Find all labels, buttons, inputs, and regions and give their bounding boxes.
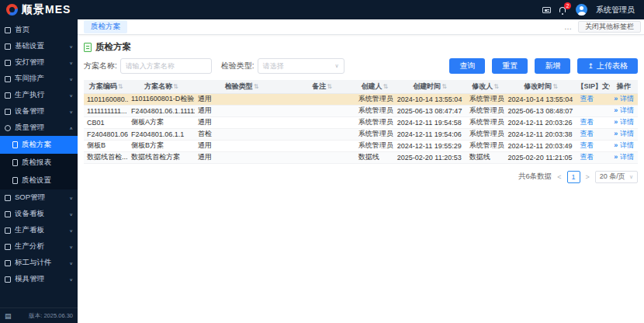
sidebar-item-device-mgmt[interactable]: 设备管理∨ xyxy=(0,103,78,120)
apps-icon[interactable] xyxy=(542,7,551,13)
tools-icon xyxy=(5,260,11,266)
detail-link[interactable]: » 详情 xyxy=(614,141,634,149)
column-label: 方案名称 xyxy=(144,82,172,90)
table-row[interactable]: CB01侧板A方案通用系统管理员2024-12-11 19:54:58系统管理员… xyxy=(84,116,638,128)
sidebar-item-mold-mgmt[interactable]: 模具管理∨ xyxy=(0,271,78,287)
sort-icon[interactable]: ⇅ xyxy=(118,83,123,90)
brand-logo[interactable]: 顺景MES xyxy=(6,3,71,17)
add-button[interactable]: 新增 xyxy=(535,58,570,74)
sidebar-item-piecework[interactable]: 标工与计件∨ xyxy=(0,255,78,271)
sidebar-item-sop[interactable]: SOP管理∨ xyxy=(0,189,78,206)
sidebar-item-workshop-scheduling[interactable]: 车间排产∨ xyxy=(0,71,78,87)
cell-action: » 详情 xyxy=(610,116,638,128)
sort-icon[interactable]: ⇅ xyxy=(441,83,447,90)
sidebar-item-device-board[interactable]: 设备看板∨ xyxy=(0,206,78,222)
column-header-4[interactable]: 创建人⇅ xyxy=(355,80,394,93)
cell-modifier: 系统管理员 xyxy=(466,128,505,140)
sidebar-item-label: 安灯管理 xyxy=(15,57,65,68)
plan-name-input[interactable] xyxy=(120,58,212,74)
sip-view-link[interactable]: 查看 xyxy=(580,130,594,137)
document-icon xyxy=(12,141,18,148)
filter-toolbar: 方案名称: 检验类型: 请选择 ∨ 查询 重置 新增 ↥ 上传表格 xyxy=(84,58,638,74)
prev-page-button[interactable]: < xyxy=(557,173,561,181)
sidebar-menu: 首页基础设置∨安灯管理∨车间排产∨生产执行∨设备管理∨质量管理∧质检方案质检报表… xyxy=(0,19,78,307)
detail-label: 详情 xyxy=(620,141,634,149)
detail-link[interactable]: » 详情 xyxy=(614,130,634,137)
close-other-tabs-button[interactable]: 关闭其他标签栏 xyxy=(578,21,641,33)
sidebar-item-label: 质量管理 xyxy=(15,123,65,133)
page-size-select[interactable]: 20 条/页 ∨ xyxy=(595,171,638,183)
cell-modified: 2024-12-11 20:03:38 xyxy=(505,128,577,140)
next-page-button[interactable]: > xyxy=(586,173,590,181)
cell-name: 侧板B方案 xyxy=(128,140,195,151)
app-root: 顺景MES 2 系统管理员 首页基础设置∨安灯管理∨车间排产∨生产执行∨设备管理… xyxy=(0,0,644,323)
sort-icon[interactable]: ⇅ xyxy=(383,83,388,90)
sip-view-link[interactable]: 查看 xyxy=(580,141,594,149)
query-button[interactable]: 查询 xyxy=(449,58,485,74)
cell-remark xyxy=(289,140,355,151)
detail-link[interactable]: » 详情 xyxy=(614,106,634,114)
table-row[interactable]: F2404801.06...F2404801.06.1.1首检系统管理员2024… xyxy=(84,128,638,140)
sidebar-subitem-inspection-report[interactable]: 质检报表 xyxy=(0,154,78,172)
sidebar-subitem-inspection-plan[interactable]: 质检方案 xyxy=(0,136,78,154)
column-header-9[interactable]: 操作 xyxy=(610,80,638,93)
current-user-name[interactable]: 系统管理员 xyxy=(596,5,635,16)
detail-link[interactable]: » 详情 xyxy=(614,153,634,161)
column-header-3[interactable]: 备注⇅ xyxy=(289,80,355,93)
notifications-button[interactable]: 2 xyxy=(559,5,567,14)
cell-name: F2404801.06.1.1 xyxy=(128,128,195,140)
sidebar-item-production-exec[interactable]: 生产执行∨ xyxy=(0,87,78,103)
upload-table-button[interactable]: ↥ 上传表格 xyxy=(577,58,638,74)
table-row[interactable]: 1101160080...11011600801-D检验...通用系统管理员20… xyxy=(84,93,638,105)
sip-view-link[interactable]: 查看 xyxy=(580,95,594,102)
sidebar-item-andon[interactable]: 安灯管理∨ xyxy=(0,54,78,71)
andon-icon xyxy=(5,60,11,66)
sort-icon[interactable]: ⇅ xyxy=(552,83,558,90)
inspect-type-select[interactable]: 请选择 ∨ xyxy=(258,58,345,74)
sort-icon[interactable]: ⇅ xyxy=(493,83,499,90)
page-1-button[interactable]: 1 xyxy=(567,171,580,183)
chevron-down-icon: ∨ xyxy=(69,109,73,113)
sidebar-item-label: 设备管理 xyxy=(15,106,65,116)
column-label: 创建时间 xyxy=(413,82,441,90)
sort-icon[interactable]: ⇅ xyxy=(327,83,332,90)
sidebar-item-production-board[interactable]: 生产看板∨ xyxy=(0,222,78,238)
cell-code: 侧板B xyxy=(84,140,128,151)
inspect-type-placeholder: 请选择 xyxy=(263,61,284,71)
column-header-0[interactable]: 方案编码⇅ xyxy=(84,80,128,93)
sidebar-item-home[interactable]: 首页 xyxy=(0,22,78,38)
detail-link[interactable]: » 详情 xyxy=(614,95,634,102)
column-header-1[interactable]: 方案名称⇅ xyxy=(128,80,195,93)
detail-link[interactable]: » 详情 xyxy=(614,118,634,126)
sidebar-item-production-analysis[interactable]: 生产分析∨ xyxy=(0,238,78,255)
document-icon xyxy=(12,159,18,166)
sip-view-link[interactable]: 查看 xyxy=(580,153,594,161)
column-header-6[interactable]: 修改人⇅ xyxy=(466,80,505,93)
reset-button[interactable]: 重置 xyxy=(492,58,528,74)
mold-icon xyxy=(5,276,11,283)
chevron-down-icon: ∨ xyxy=(69,227,73,232)
tab-more-icon[interactable]: … xyxy=(564,23,572,31)
table-row[interactable]: 侧板B侧板B方案通用系统管理员2024-12-11 19:55:29系统管理员2… xyxy=(84,140,638,151)
sort-icon[interactable]: ⇅ xyxy=(254,83,259,90)
column-header-8[interactable]: 【SIP】文件⇅ xyxy=(576,80,610,93)
collapse-sidebar-icon[interactable]: ▤ xyxy=(5,312,12,320)
column-header-2[interactable]: 检验类型⇅ xyxy=(195,80,289,93)
column-header-5[interactable]: 创建时间⇅ xyxy=(394,80,466,93)
sidebar-subitem-inspection-settings[interactable]: 质检设置 xyxy=(0,172,78,189)
cell-created: 2024-12-11 19:54:58 xyxy=(394,116,466,128)
table-row[interactable]: 1111111111...F2404801.06.1.11111...通用系统管… xyxy=(84,105,638,116)
cell-created: 2024-12-11 19:55:29 xyxy=(394,140,466,151)
chevron-down-icon: ∨ xyxy=(69,276,73,281)
sidebar-item-quality-mgmt[interactable]: 质量管理∧ xyxy=(0,120,78,136)
cell-type: 首检 xyxy=(195,128,289,140)
user-avatar[interactable] xyxy=(576,4,587,16)
tab-inspection-plan[interactable]: 质检方案 xyxy=(84,20,127,33)
table-row[interactable]: 数据线首检...数据线首检方案通用数据线2025-02-20 11:20:53数… xyxy=(84,151,638,163)
sip-view-link[interactable]: 查看 xyxy=(580,118,594,126)
detail-label: 详情 xyxy=(620,153,634,161)
column-header-7[interactable]: 修改时间⇅ xyxy=(505,80,577,93)
sidebar-item-base-settings[interactable]: 基础设置∨ xyxy=(0,38,78,54)
cell-created: 2024-12-11 19:54:06 xyxy=(394,128,466,140)
sort-icon[interactable]: ⇅ xyxy=(173,83,178,90)
